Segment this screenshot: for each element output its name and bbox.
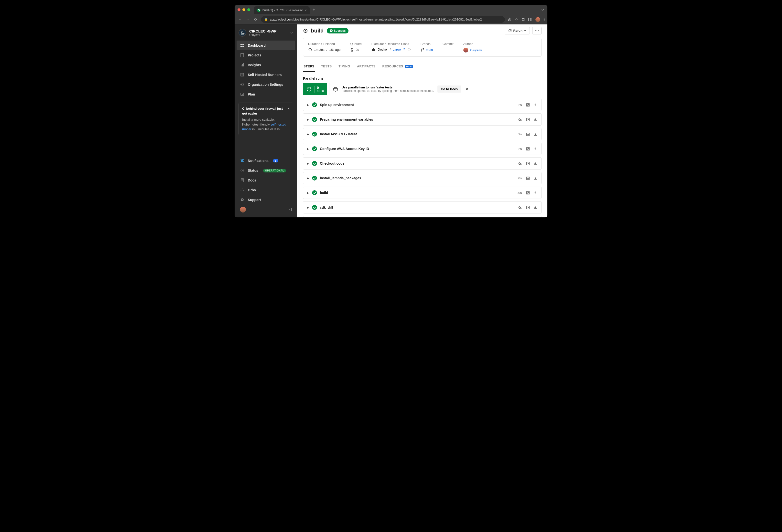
window-maximize[interactable] [247, 8, 250, 11]
promo-body: Install a more scalable, Kubernetes-frie… [242, 117, 290, 132]
sidebar-item-label: Organization Settings [248, 83, 283, 86]
window-close[interactable] [238, 8, 241, 11]
user-avatar-icon[interactable] [240, 206, 246, 213]
browser-tab[interactable]: build (2) - CIRCLECI-GWP/circ × [254, 6, 310, 14]
rerun-button[interactable]: Rerun [505, 27, 530, 34]
download-icon[interactable] [533, 161, 537, 165]
new-tab-button[interactable]: + [313, 7, 315, 12]
tabs-chevron-icon[interactable] [541, 8, 544, 11]
org-switcher[interactable]: 🦾 CIRCLECI-GWP Oluyemi [235, 27, 297, 41]
download-icon[interactable] [533, 132, 537, 136]
banner-close-icon[interactable]: ✕ [465, 87, 470, 91]
tab-tests[interactable]: TESTS [321, 62, 332, 72]
sidebar-item-dashboard[interactable]: Dashboard [237, 41, 295, 50]
sidebar-item-runners[interactable]: Self-Hosted Runners [235, 70, 297, 80]
caret-right-icon: ▶ [307, 191, 309, 194]
notif-count-badge: 1 [273, 159, 278, 162]
nav-reload-button[interactable]: ⟳ [253, 17, 258, 22]
share-icon[interactable] [508, 17, 511, 21]
window-minimize[interactable] [242, 8, 245, 11]
step-row[interactable]: ▶ Spin up environment 2s [303, 99, 541, 111]
download-icon[interactable] [533, 117, 537, 122]
reload-icon [508, 29, 512, 33]
panel-icon[interactable] [528, 18, 532, 21]
open-external-icon[interactable] [526, 132, 530, 136]
sidebar-item-label: Projects [248, 53, 261, 57]
step-row[interactable]: ▶ cdk_diff 0s [303, 201, 541, 214]
circleci-icon [303, 28, 308, 33]
go-to-docs-button[interactable]: Go to Docs [437, 85, 461, 92]
step-row[interactable]: ▶ Install AWS CLI - latest 2s [303, 128, 541, 140]
sidebar-item-status[interactable]: Status OPERATIONAL [235, 165, 297, 176]
meta-executor-class[interactable]: Large [393, 48, 401, 51]
meta-author[interactable]: Oluyemi [470, 48, 482, 52]
open-external-icon[interactable] [526, 161, 530, 165]
success-check-icon [312, 205, 317, 210]
open-external-icon[interactable] [526, 117, 530, 122]
meta-queued: 0s [356, 48, 359, 51]
meta-branch[interactable]: main [426, 48, 433, 51]
bookmark-icon[interactable]: ☆ [515, 17, 518, 22]
step-duration: 20s [517, 191, 522, 195]
sidebar-item-label: Dashboard [248, 43, 265, 47]
extensions-icon[interactable] [522, 18, 525, 21]
step-row[interactable]: ▶ cdk_deploy 1m 8s [303, 216, 541, 217]
svg-point-47 [421, 48, 422, 49]
url-field[interactable]: 🔒 app.circleci.com/pipelines/github/CIRC… [261, 16, 505, 23]
meta-label: Executor / Resource Class [371, 42, 411, 46]
svg-point-36 [538, 30, 539, 31]
download-icon[interactable] [533, 176, 537, 180]
step-row[interactable]: ▶ Configure AWS Access Key ID 2s [303, 143, 541, 155]
sidebar-item-orbs[interactable]: Orbs [235, 185, 297, 195]
sidebar-item-projects[interactable]: Projects [235, 50, 297, 60]
open-external-icon[interactable] [526, 103, 530, 107]
open-external-icon[interactable] [526, 176, 530, 180]
download-icon[interactable] [533, 205, 537, 210]
open-external-icon[interactable] [526, 205, 530, 210]
tab-artifacts[interactable]: ARTIFACTS [357, 62, 376, 72]
more-button[interactable] [532, 27, 541, 34]
download-icon[interactable] [533, 103, 537, 107]
sidebar-item-docs[interactable]: Docs [235, 176, 297, 185]
open-external-icon[interactable] [526, 147, 530, 151]
step-row[interactable]: ▶ install_lambda_packages 0s [303, 172, 541, 184]
parallel-run-0[interactable]: 0 01:38 [303, 83, 327, 95]
svg-point-27 [242, 190, 242, 190]
success-check-icon [312, 132, 317, 137]
info-icon[interactable] [407, 48, 411, 51]
sidebar-collapse-icon[interactable] [288, 207, 292, 212]
step-row[interactable]: ▶ Checkout code 0s [303, 157, 541, 169]
meta-label: Duration / Finished [308, 42, 341, 46]
svg-point-26 [243, 191, 244, 191]
step-name: Configure AWS Access Key ID [320, 147, 516, 151]
tab-resources[interactable]: RESOURCES NEW [382, 62, 414, 72]
branch-icon [421, 48, 424, 51]
sidebar-item-plan[interactable]: $ Plan [235, 89, 297, 99]
svg-rect-6 [242, 44, 244, 45]
nav-forward-button[interactable]: → [245, 17, 250, 22]
tab-steps[interactable]: STEPS [303, 62, 315, 72]
success-check-icon [312, 146, 317, 151]
tab-close-icon[interactable]: × [305, 8, 307, 12]
step-name: install_lambda_packages [320, 176, 516, 180]
step-name: Spin up environment [320, 103, 516, 107]
open-external-icon[interactable] [526, 191, 530, 195]
status-icon [240, 168, 244, 173]
sidebar-item-notifications[interactable]: Notifications 1 [235, 156, 297, 165]
promo-close-icon[interactable]: × [288, 106, 290, 111]
download-icon[interactable] [533, 191, 537, 195]
profile-avatar-icon[interactable] [535, 17, 540, 22]
sidebar-item-org-settings[interactable]: Organization Settings [235, 80, 297, 89]
download-icon[interactable] [533, 147, 537, 151]
gear-icon [240, 82, 244, 87]
tab-timing[interactable]: TIMING [338, 62, 351, 72]
nav-back-button[interactable]: ← [238, 17, 242, 22]
sidebar-item-insights[interactable]: Insights [235, 60, 297, 70]
org-user: Oluyemi [249, 33, 287, 37]
success-check-icon [312, 161, 317, 166]
sidebar-item-support[interactable]: ? Support [235, 195, 297, 205]
step-row[interactable]: ▶ build 20s [303, 187, 541, 199]
svg-point-32 [305, 30, 306, 31]
step-row[interactable]: ▶ Preparing environment variables 0s [303, 113, 541, 125]
browser-menu-icon[interactable] [544, 18, 544, 21]
